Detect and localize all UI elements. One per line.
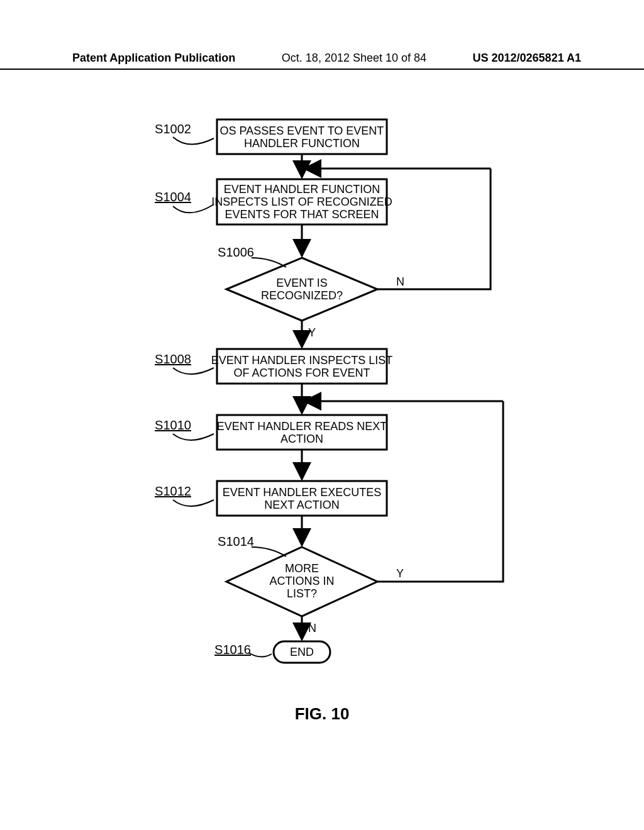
svg-text:S1016: S1016 <box>214 643 251 656</box>
header-right: US 2012/0265821 A1 <box>473 52 581 65</box>
step-s1004: EVENT HANDLER FUNCTION INSPECTS LIST OF … <box>211 179 392 224</box>
terminator-s1016: END <box>274 641 330 663</box>
page-header: Patent Application Publication Oct. 18, … <box>0 52 644 70</box>
figure-caption: FIG. 10 <box>0 704 644 724</box>
s1016-text: END <box>290 646 314 658</box>
s1014-line1: MORE <box>285 562 319 575</box>
svg-text:S1012: S1012 <box>155 484 191 498</box>
decision-s1006: EVENT IS RECOGNIZED? <box>226 258 377 321</box>
s1006-no: N <box>396 275 404 288</box>
s1002-line1: OS PASSES EVENT TO EVENT <box>220 124 384 137</box>
s1004-line1: EVENT HANDLER FUNCTION <box>224 183 380 196</box>
decision-s1014: MORE ACTIONS IN LIST? <box>226 547 377 616</box>
s1014-line2: ACTIONS IN <box>269 575 334 587</box>
label-s1004: S1004 <box>155 190 214 213</box>
label-s1014: S1014 <box>218 534 286 556</box>
s1014-yes: Y <box>396 567 404 580</box>
label-s1010: S1010 <box>155 418 214 440</box>
s1008-line2: OF ACTIONS FOR EVENT <box>233 367 370 379</box>
step-s1010: EVENT HANDLER READS NEXT ACTION <box>217 415 387 450</box>
svg-text:S1010: S1010 <box>155 418 191 432</box>
label-s1002: S1002 <box>155 122 214 145</box>
s1006-line2: RECOGNIZED? <box>261 289 343 302</box>
svg-text:S1008: S1008 <box>155 352 191 366</box>
svg-text:S1004: S1004 <box>155 190 191 204</box>
s1008-line1: EVENT HANDLER INSPECTS LIST <box>211 354 393 367</box>
s1014-no: N <box>308 622 316 634</box>
s1006-line1: EVENT IS <box>276 277 328 289</box>
label-s1016: S1016 <box>214 643 272 657</box>
label-s1006: S1006 <box>218 245 286 267</box>
header-left: Patent Application Publication <box>72 52 235 65</box>
svg-text:S1002: S1002 <box>155 122 191 136</box>
s1012-line2: NEXT ACTION <box>264 499 340 511</box>
step-s1012: EVENT HANDLER EXECUTES NEXT ACTION <box>217 481 387 516</box>
step-s1008: EVENT HANDLER INSPECTS LIST OF ACTIONS F… <box>211 349 393 384</box>
svg-text:S1006: S1006 <box>218 245 254 259</box>
header-mid: Oct. 18, 2012 Sheet 10 of 84 <box>282 52 426 65</box>
s1004-line3: EVENTS FOR THAT SCREEN <box>225 208 379 221</box>
flowchart: OS PASSES EVENT TO EVENT HANDLER FUNCTIO… <box>0 101 644 704</box>
s1010-line2: ACTION <box>280 433 323 445</box>
step-s1002: OS PASSES EVENT TO EVENT HANDLER FUNCTIO… <box>217 119 387 154</box>
s1014-line3: LIST? <box>287 587 317 600</box>
s1006-yes: Y <box>308 326 316 339</box>
label-s1012: S1012 <box>155 484 214 506</box>
label-s1008: S1008 <box>155 352 214 374</box>
s1004-line2: INSPECTS LIST OF RECOGNIZED <box>211 196 392 208</box>
s1012-line1: EVENT HANDLER EXECUTES <box>223 486 382 499</box>
svg-text:S1014: S1014 <box>218 534 254 548</box>
s1002-line2: HANDLER FUNCTION <box>244 137 360 150</box>
s1010-line1: EVENT HANDLER READS NEXT <box>217 420 387 433</box>
